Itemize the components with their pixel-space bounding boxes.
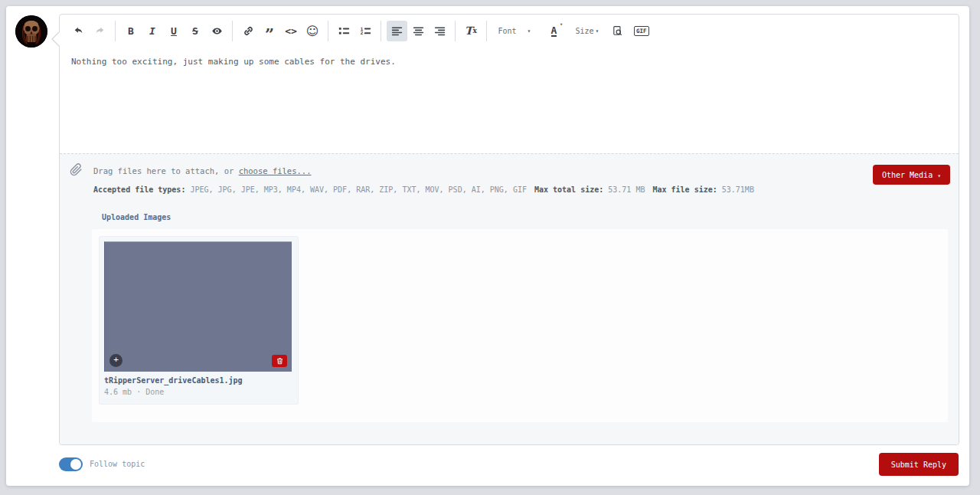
strikethrough-button[interactable]: S (185, 21, 206, 41)
align-center-icon (413, 25, 424, 37)
accepted-file-types: Accepted file types: JPEG, JPG, JPE, MP3… (93, 185, 754, 194)
code-icon: <> (285, 25, 297, 37)
quote-button[interactable]: ” (260, 21, 280, 41)
toolbar-separator (486, 21, 487, 41)
preview-document-button[interactable] (607, 21, 628, 41)
accepted-types-label: Accepted file types: (93, 185, 185, 194)
choose-files-link[interactable]: choose files... (239, 166, 312, 175)
other-media-button[interactable]: Other Media▾ (873, 165, 950, 185)
redo-icon (94, 25, 106, 37)
attachment-status: 4.6 mb · Done (104, 388, 293, 396)
attachment-filename: tRipperServer_driveCables1.jpg (104, 376, 293, 385)
follow-topic-label: Follow topic (90, 460, 145, 468)
preview-eye-button[interactable] (207, 21, 227, 41)
link-icon (243, 25, 254, 37)
editor-content-area[interactable]: Nothing too exciting, just making up som… (60, 47, 959, 77)
text-color-icon: A▾ (551, 25, 557, 37)
toolbar-separator (455, 21, 456, 41)
delete-attachment-button[interactable] (272, 355, 287, 367)
attachment-filesize: 4.6 mb (104, 388, 132, 396)
attachment-thumbnail: + (104, 241, 292, 372)
other-media-label: Other Media (882, 171, 933, 179)
rich-text-editor: B I U S ” <> ☺ (59, 14, 959, 445)
link-button[interactable] (238, 21, 259, 41)
toggle-knob (70, 459, 81, 470)
uploaded-images-panel: + tRipperServer_driveCables1.jpg 4.6 mb (92, 229, 948, 422)
svg-text:2: 2 (360, 31, 363, 35)
smiley-icon: ☺ (306, 24, 319, 38)
align-left-button[interactable] (387, 21, 407, 41)
max-total-value: 53.71 MB (603, 185, 645, 194)
toolbar-separator (381, 21, 381, 41)
chevron-down-icon: ▾ (937, 172, 941, 179)
numbered-list-button[interactable]: 1 2 (355, 21, 376, 41)
insert-attachment-button[interactable]: + (109, 354, 122, 367)
skull-avatar-image (15, 15, 47, 48)
undo-button[interactable] (68, 21, 89, 41)
bullet-list-button[interactable] (334, 21, 354, 41)
toolbar-separator (328, 21, 328, 41)
emoji-button[interactable]: ☺ (302, 21, 323, 41)
quote-icon: ” (265, 24, 274, 38)
reply-text: Nothing too exciting, just making up som… (71, 57, 396, 67)
gif-icon: GIF (634, 26, 649, 36)
separator-dot: · (136, 388, 141, 396)
font-dropdown-label: Font (498, 27, 517, 35)
trash-icon (276, 357, 283, 365)
uploaded-images-heading: Uploaded Images (102, 213, 171, 221)
accepted-types-value: JPEG, JPG, JPE, MP3, MP4, WAV, PDF, RAR,… (185, 185, 527, 194)
eye-icon (211, 25, 223, 37)
align-center-button[interactable] (408, 21, 429, 41)
text-color-button[interactable]: A▾ (544, 21, 564, 41)
chevron-down-icon: ▾ (560, 20, 563, 30)
size-dropdown[interactable]: Size ▾ (572, 21, 602, 41)
attachment-done-label: Done (145, 388, 164, 396)
drag-files-text: Drag files here to attach, or choose fil… (93, 166, 311, 175)
italic-button[interactable]: I (142, 21, 163, 41)
clear-formatting-icon: T (465, 25, 472, 37)
italic-icon: I (149, 25, 155, 37)
max-total-label: Max total size: (534, 185, 603, 194)
align-left-icon (391, 25, 403, 37)
reply-editor-panel: B I U S ” <> ☺ (6, 6, 969, 486)
bullet-list-icon (338, 25, 350, 37)
max-file-value: 53.71MB (717, 185, 754, 194)
redo-button[interactable] (90, 21, 110, 41)
clear-formatting-sub: x (473, 27, 477, 34)
plus-icon: + (113, 355, 119, 365)
attachment-card: + tRipperServer_driveCables1.jpg 4.6 mb (100, 237, 298, 404)
chevron-down-icon: ▾ (596, 28, 599, 34)
chevron-down-icon: ▾ (528, 28, 531, 34)
bold-button[interactable]: B (121, 21, 142, 41)
follow-topic-toggle[interactable] (59, 457, 83, 471)
undo-icon (73, 25, 84, 37)
user-avatar[interactable] (15, 15, 47, 48)
strikethrough-icon: S (192, 25, 198, 37)
toolbar-separator (232, 21, 233, 41)
toolbar-separator (115, 21, 116, 41)
document-search-icon (612, 25, 623, 37)
max-file-label: Max file size: (652, 185, 717, 194)
code-button[interactable]: <> (281, 21, 302, 41)
gif-button[interactable]: GIF (631, 21, 652, 41)
bold-icon: B (128, 25, 134, 37)
font-dropdown[interactable]: Font ▾ (492, 21, 537, 41)
underline-button[interactable]: U (164, 21, 185, 41)
align-right-icon (434, 25, 446, 37)
paperclip-icon (70, 163, 83, 179)
editor-toolbar: B I U S ” <> ☺ (60, 15, 959, 47)
attachment-meta: tRipperServer_driveCables1.jpg 4.6 mb · … (100, 372, 298, 404)
numbered-list-icon: 1 2 (360, 25, 371, 37)
align-right-button[interactable] (430, 21, 450, 41)
underline-icon: U (171, 25, 177, 37)
clear-formatting-button[interactable]: Tx (461, 21, 482, 41)
drag-files-label: Drag files here to attach, or (93, 166, 239, 175)
submit-reply-button[interactable]: Submit Reply (879, 453, 959, 476)
attachment-drop-zone[interactable]: Drag files here to attach, or choose fil… (60, 153, 959, 444)
size-dropdown-label: Size (575, 27, 593, 35)
